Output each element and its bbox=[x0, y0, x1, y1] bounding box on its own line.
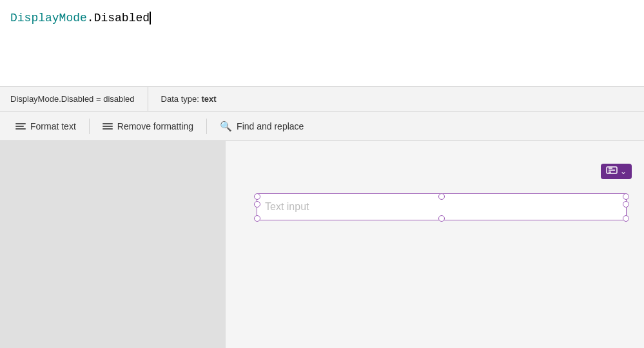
format-text-label: Format text bbox=[30, 121, 76, 131]
remove-formatting-label: Remove formatting bbox=[117, 121, 193, 131]
code-keyword-disabled: Disabled bbox=[94, 12, 150, 24]
toolbar-separator-1 bbox=[89, 119, 90, 134]
canvas-area: ⌄ Text input bbox=[0, 141, 644, 348]
handle-bottom-left[interactable] bbox=[254, 215, 260, 222]
datatype-value: text bbox=[201, 94, 216, 104]
handle-top-right[interactable] bbox=[623, 193, 629, 200]
info-bar: DisplayMode.Disabled = disabled Data typ… bbox=[0, 87, 644, 111]
remove-formatting-button[interactable]: Remove formatting bbox=[92, 116, 204, 137]
handle-middle-right[interactable] bbox=[623, 201, 629, 208]
text-input-widget[interactable]: ⌄ Text input bbox=[251, 170, 632, 212]
code-dot: . bbox=[87, 12, 94, 24]
expression-segment: DisplayMode.Disabled = disabled bbox=[10, 87, 148, 111]
find-replace-button[interactable]: 🔍 Find and replace bbox=[210, 115, 314, 137]
code-keyword-display: DisplayMode bbox=[10, 12, 87, 24]
remove-formatting-icon bbox=[102, 123, 113, 130]
code-line: DisplayMode.Disabled bbox=[10, 12, 634, 24]
widget-toolbar[interactable]: ⌄ bbox=[601, 164, 632, 179]
format-text-icon bbox=[15, 123, 26, 130]
handle-bottom-right[interactable] bbox=[623, 215, 629, 222]
handle-top-left[interactable] bbox=[254, 193, 260, 200]
handle-top-center[interactable] bbox=[438, 193, 445, 200]
cursor bbox=[150, 12, 151, 24]
code-editor[interactable]: DisplayMode.Disabled bbox=[0, 0, 644, 87]
toolbar: Format text Remove formatting 🔍 Find and… bbox=[0, 111, 644, 141]
input-placeholder: Text input bbox=[265, 201, 309, 213]
widget-component-icon bbox=[606, 166, 618, 177]
expression-text: DisplayMode.Disabled = disabled bbox=[10, 94, 135, 104]
handle-middle-left[interactable] bbox=[254, 201, 260, 208]
input-box-container: Text input bbox=[251, 188, 632, 220]
widget-chevron-icon[interactable]: ⌄ bbox=[620, 167, 627, 176]
datatype-label: Data type: text bbox=[161, 94, 217, 104]
toolbar-separator-2 bbox=[206, 119, 207, 134]
format-text-button[interactable]: Format text bbox=[5, 116, 86, 137]
find-replace-label: Find and replace bbox=[237, 121, 304, 131]
handle-bottom-center[interactable] bbox=[438, 215, 445, 222]
find-replace-icon: 🔍 bbox=[220, 121, 232, 132]
datatype-segment: Data type: text bbox=[161, 87, 217, 111]
